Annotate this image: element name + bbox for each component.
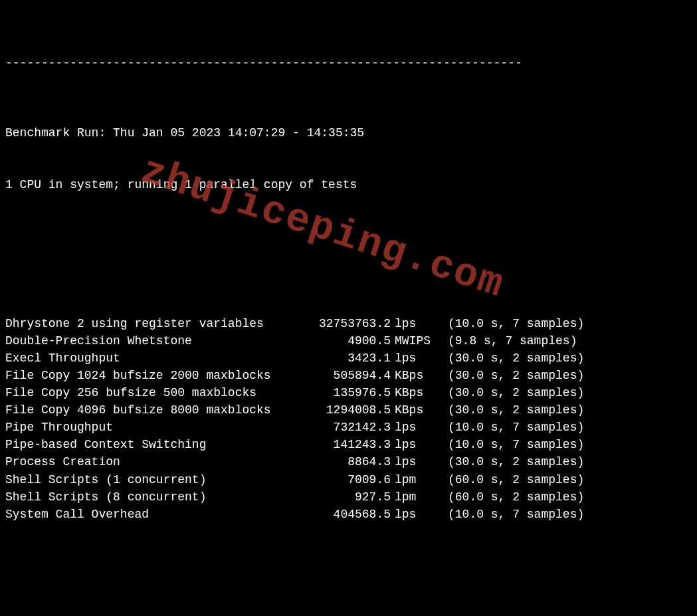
result-name: Shell Scripts (8 concurrent): [5, 488, 298, 506]
result-meta: (30.0 s, 2 samples): [435, 453, 584, 470]
result-row: Execl Throughput3423.1lps(30.0 s, 2 samp…: [5, 350, 692, 367]
result-row: Dhrystone 2 using register variables3275…: [5, 315, 692, 332]
result-name: File Copy 4096 bufsize 8000 maxblocks: [5, 401, 298, 419]
result-meta: (30.0 s, 2 samples): [435, 384, 584, 401]
result-row: File Copy 4096 bufsize 8000 maxblocks129…: [5, 401, 692, 419]
result-meta: (60.0 s, 2 samples): [435, 488, 584, 506]
result-name: File Copy 1024 bufsize 2000 maxblocks: [5, 367, 298, 384]
result-name: Pipe Throughput: [5, 419, 298, 436]
result-row: System Call Overhead404568.5lps(10.0 s, …: [5, 506, 692, 523]
result-meta: (30.0 s, 2 samples): [435, 350, 584, 367]
blank-line: [5, 575, 692, 592]
result-value: 7009.6: [298, 471, 391, 488]
result-value: 8864.3: [298, 453, 391, 470]
result-meta: (10.0 s, 7 samples): [435, 419, 584, 436]
result-meta: (9.8 s, 7 samples): [435, 332, 577, 350]
result-unit: lpm: [391, 488, 435, 506]
result-row: Shell Scripts (1 concurrent)7009.6lpm(60…: [5, 471, 692, 488]
result-name: System Call Overhead: [5, 506, 298, 523]
result-value: 32753763.2: [298, 315, 391, 332]
result-unit: lps: [391, 315, 435, 332]
result-name: Dhrystone 2 using register variables: [5, 315, 298, 332]
result-meta: (30.0 s, 2 samples): [435, 401, 584, 419]
result-unit: lps: [391, 453, 435, 470]
result-value: 404568.5: [298, 506, 391, 523]
result-meta: (60.0 s, 2 samples): [435, 471, 584, 488]
result-value: 1294008.5: [298, 401, 391, 419]
results-block: Dhrystone 2 using register variables3275…: [5, 315, 692, 523]
result-unit: KBps: [391, 401, 435, 419]
result-unit: KBps: [391, 384, 435, 401]
result-value: 135976.5: [298, 384, 391, 401]
result-value: 927.5: [298, 488, 391, 506]
result-name: Process Creation: [5, 453, 298, 470]
result-name: File Copy 256 bufsize 500 maxblocks: [5, 384, 298, 401]
result-unit: lps: [391, 436, 435, 453]
result-unit: lpm: [391, 471, 435, 488]
result-row: File Copy 256 bufsize 500 maxblocks13597…: [5, 384, 692, 401]
result-row: Double-Precision Whetstone4900.5MWIPS(9.…: [5, 332, 692, 350]
result-name: Double-Precision Whetstone: [5, 332, 298, 350]
result-unit: lps: [391, 419, 435, 436]
result-row: Pipe-based Context Switching141243.3lps(…: [5, 436, 692, 453]
result-row: Pipe Throughput732142.3lps(10.0 s, 7 sam…: [5, 419, 692, 436]
watermark-text: zhujiceping.com: [134, 142, 512, 314]
result-row: File Copy 1024 bufsize 2000 maxblocks505…: [5, 367, 692, 384]
result-meta: (10.0 s, 7 samples): [435, 315, 584, 332]
result-value: 3423.1: [298, 350, 391, 367]
result-unit: lps: [391, 350, 435, 367]
result-name: Execl Throughput: [5, 350, 298, 367]
result-value: 732142.3: [298, 419, 391, 436]
result-meta: (10.0 s, 7 samples): [435, 436, 584, 453]
result-value: 505894.4: [298, 367, 391, 384]
result-meta: (30.0 s, 2 samples): [435, 367, 584, 384]
result-name: Pipe-based Context Switching: [5, 436, 298, 453]
result-value: 4900.5: [298, 332, 391, 350]
result-meta: (10.0 s, 7 samples): [435, 506, 584, 523]
cpu-info-line: 1 CPU in system; running 1 parallel copy…: [5, 176, 692, 193]
divider-line: ----------------------------------------…: [5, 54, 692, 72]
benchmark-run-line: Benchmark Run: Thu Jan 05 2023 14:07:29 …: [5, 124, 692, 142]
result-row: Shell Scripts (8 concurrent)927.5lpm(60.…: [5, 488, 692, 506]
blank-line: [5, 245, 692, 262]
terminal-output: ----------------------------------------…: [0, 0, 697, 616]
result-unit: lps: [391, 506, 435, 523]
result-value: 141243.3: [298, 436, 391, 453]
result-row: Process Creation8864.3lps(30.0 s, 2 samp…: [5, 453, 692, 470]
result-name: Shell Scripts (1 concurrent): [5, 471, 298, 488]
result-unit: MWIPS: [391, 332, 435, 350]
result-unit: KBps: [391, 367, 435, 384]
